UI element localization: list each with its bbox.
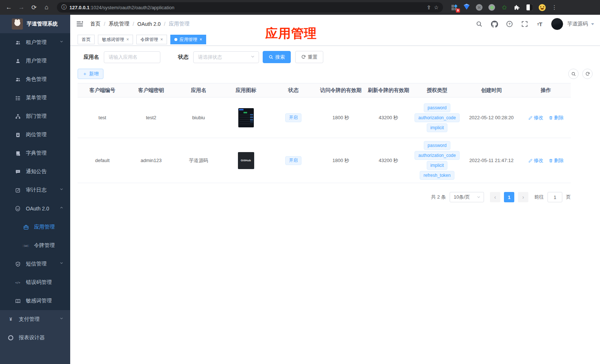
page-size-select[interactable]: 10条/页 xyxy=(450,192,484,202)
github-icon[interactable] xyxy=(491,20,498,28)
sidebar-item-label: 支付管理 xyxy=(19,316,40,323)
prev-page-button[interactable]: ‹ xyxy=(490,192,500,202)
sidebar-item-用户管理[interactable]: 用户管理 xyxy=(0,52,70,70)
circle-extension-icon[interactable]: ⌘ xyxy=(475,4,483,11)
star-icon[interactable]: ☆ xyxy=(434,4,439,10)
close-icon[interactable]: × xyxy=(200,37,202,42)
sidebar-item-label: 通知公告 xyxy=(26,168,47,175)
avatar[interactable] xyxy=(551,18,563,30)
dict-icon xyxy=(15,150,21,156)
cell-actions: 修改删除 xyxy=(521,138,571,183)
chevron-down-icon xyxy=(60,188,63,190)
user-icon xyxy=(15,58,21,64)
grant-type-tag: authorization_code xyxy=(415,151,459,160)
sidebar-item-支付管理[interactable]: ¥支付管理 xyxy=(0,310,70,329)
grant-type-tag: implicit xyxy=(427,161,448,170)
table-toolbar: ＋ 新增 xyxy=(78,69,593,79)
search-icon[interactable] xyxy=(475,20,483,28)
goto-label: 前往 xyxy=(534,194,544,200)
sidebar-item-审计日志[interactable]: 审计日志 xyxy=(0,181,70,199)
sidebar-item-短信管理[interactable]: 短信管理 xyxy=(0,255,70,273)
mini-search-icon[interactable] xyxy=(568,69,579,79)
help-icon[interactable]: ? xyxy=(506,20,513,28)
font-size-icon[interactable]: тT xyxy=(536,20,543,28)
sidebar-item-字典管理[interactable]: 字典管理 xyxy=(0,144,70,162)
menu-dots-icon[interactable]: ⋮ xyxy=(551,4,558,11)
token-icon: ((a)) xyxy=(23,243,29,248)
column-header-访问令牌的有效期: 访问令牌的有效期 xyxy=(317,83,365,97)
close-icon[interactable]: × xyxy=(126,37,129,42)
app-logo[interactable]: 芋道管理系统 xyxy=(0,15,70,33)
tab-label: 令牌管理 xyxy=(140,37,158,43)
app-name-input[interactable]: 请输入应用名 xyxy=(104,51,160,63)
reload-icon[interactable]: ⟳ xyxy=(29,2,39,13)
record-extension-icon[interactable] xyxy=(488,4,495,11)
breadcrumb-separator: / xyxy=(133,21,134,27)
breadcrumb-item[interactable]: 系统管理 xyxy=(109,21,129,27)
reset-button[interactable]: 重置 xyxy=(295,51,323,63)
sidebar-item-错误码管理[interactable]: </>错误码管理 xyxy=(0,273,70,292)
gem-icon[interactable] xyxy=(463,4,470,11)
sidebar-item-菜单管理[interactable]: 菜单管理 xyxy=(0,89,70,107)
emoji-icon[interactable] xyxy=(538,4,546,11)
tab-应用管理[interactable]: 应用管理× xyxy=(170,35,206,44)
close-icon[interactable]: × xyxy=(160,37,163,42)
sidebar-item-部门管理[interactable]: 部门管理 xyxy=(0,107,70,126)
column-header-客户端密钥: 客户端密钥 xyxy=(127,83,175,97)
search-button[interactable]: 搜索 xyxy=(263,51,291,63)
sidebar-item-岗位管理[interactable]: 岗位管理 xyxy=(0,126,70,144)
puzzle-icon[interactable] xyxy=(513,4,521,11)
delete-button[interactable]: 删除 xyxy=(549,114,564,121)
edit-button[interactable]: 修改 xyxy=(528,114,543,121)
info-icon[interactable]: ⓘ xyxy=(61,4,67,11)
forward-icon[interactable]: → xyxy=(16,2,27,13)
tab-label: 应用管理 xyxy=(180,37,197,43)
extension-grid-icon[interactable]: 9 xyxy=(450,4,458,11)
cell-app-name: 芋道源码 xyxy=(175,138,222,183)
back-icon[interactable]: ← xyxy=(4,2,14,13)
extensions-row: 9 ⌘ ✩ ⋮ xyxy=(450,4,558,11)
contrast-icon[interactable] xyxy=(526,4,533,11)
column-header-刷新令牌的有效期: 刷新令牌的有效期 xyxy=(365,83,412,97)
sidebar-item-报表设计器[interactable]: 报表设计器 xyxy=(0,329,70,347)
breadcrumb-item[interactable]: OAuth 2.0 xyxy=(137,21,161,27)
total-count: 共 2 条 xyxy=(431,194,446,200)
sidebar-item-租户管理[interactable]: 租户管理 xyxy=(0,33,70,52)
refresh-icon[interactable] xyxy=(582,69,593,79)
sidebar-item-令牌管理[interactable]: ((a))令牌管理 xyxy=(0,236,70,255)
home-icon[interactable]: ⌂ xyxy=(41,2,52,13)
column-header-操作: 操作 xyxy=(521,83,571,97)
breadcrumb-separator: / xyxy=(104,21,105,27)
sidebar-item-应用管理[interactable]: 应用管理 xyxy=(0,218,70,236)
delete-button[interactable]: 删除 xyxy=(549,157,564,164)
edit-button[interactable]: 修改 xyxy=(528,157,543,164)
column-header-应用图标: 应用图标 xyxy=(222,83,270,97)
sidebar-item-通知公告[interactable]: 通知公告 xyxy=(0,162,70,181)
breadcrumb-item[interactable]: 首页 xyxy=(90,21,100,27)
extension-badge: 9 xyxy=(456,8,460,13)
sidebar-item-角色管理[interactable]: 角色管理 xyxy=(0,70,70,89)
goto-page-input[interactable]: 1 xyxy=(548,192,562,202)
status-badge: 开启 xyxy=(285,113,301,122)
column-header-应用名: 应用名 xyxy=(175,83,222,97)
tab-令牌管理[interactable]: 令牌管理× xyxy=(136,35,167,44)
fullscreen-icon[interactable] xyxy=(521,20,528,28)
sidebar-item-OAuth 2.0[interactable]: OAuth 2.0 xyxy=(0,199,70,218)
tab-首页[interactable]: 首页 xyxy=(78,35,95,44)
next-page-button[interactable]: › xyxy=(518,192,528,202)
tab-敏感词管理[interactable]: 敏感词管理× xyxy=(98,35,133,44)
green-star-icon[interactable]: ✩ xyxy=(501,4,508,11)
sidebar-item-敏感词管理[interactable]: 敏感词管理 xyxy=(0,292,70,310)
url-bar[interactable]: ⓘ 127.0.0.1:1024/system/oauth2/oauth2/ap… xyxy=(57,2,443,13)
add-button[interactable]: ＋ 新增 xyxy=(78,69,103,79)
share-icon[interactable]: ⇪ xyxy=(427,4,431,10)
sidebar-item-label: 审计日志 xyxy=(26,187,47,193)
status-select[interactable]: 请选择状态 xyxy=(193,51,259,63)
cell-created-time: 2022-05-12 00:28:20 xyxy=(462,97,521,138)
cell-app-icon: GitHub xyxy=(222,138,270,183)
hamburger-icon[interactable] xyxy=(76,20,83,28)
cell-client-secret: test2 xyxy=(127,97,175,138)
tree-icon xyxy=(15,95,21,101)
current-page-button[interactable]: 1 xyxy=(504,192,514,202)
chevron-down-icon[interactable] xyxy=(591,23,594,25)
